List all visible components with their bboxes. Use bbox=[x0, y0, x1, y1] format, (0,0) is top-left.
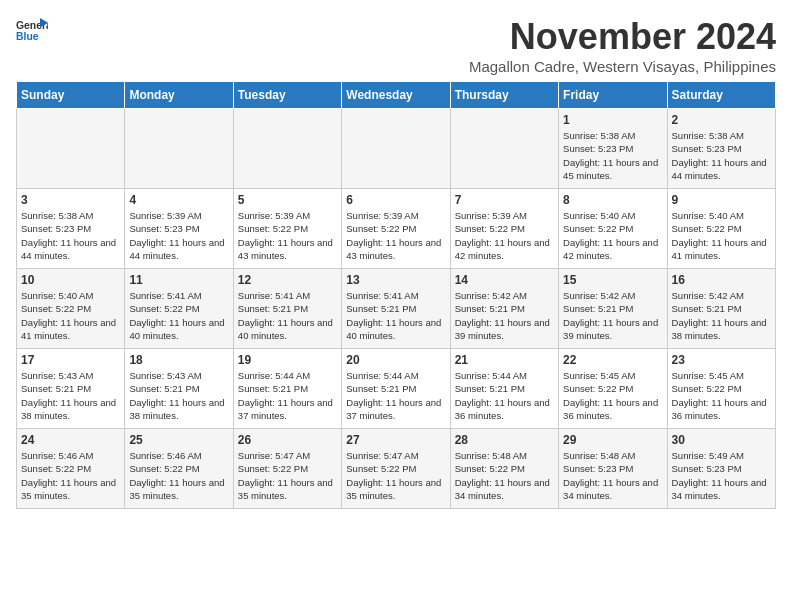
calendar-cell: 15Sunrise: 5:42 AM Sunset: 5:21 PM Dayli… bbox=[559, 269, 667, 349]
day-number: 4 bbox=[129, 193, 228, 207]
day-number: 26 bbox=[238, 433, 337, 447]
calendar-cell: 29Sunrise: 5:48 AM Sunset: 5:23 PM Dayli… bbox=[559, 429, 667, 509]
calendar-cell: 8Sunrise: 5:40 AM Sunset: 5:22 PM Daylig… bbox=[559, 189, 667, 269]
day-info: Sunrise: 5:46 AM Sunset: 5:22 PM Dayligh… bbox=[129, 449, 228, 502]
day-number: 20 bbox=[346, 353, 445, 367]
calendar-cell: 2Sunrise: 5:38 AM Sunset: 5:23 PM Daylig… bbox=[667, 109, 775, 189]
weekday-header-saturday: Saturday bbox=[667, 82, 775, 109]
calendar-cell: 18Sunrise: 5:43 AM Sunset: 5:21 PM Dayli… bbox=[125, 349, 233, 429]
calendar-cell: 1Sunrise: 5:38 AM Sunset: 5:23 PM Daylig… bbox=[559, 109, 667, 189]
day-info: Sunrise: 5:43 AM Sunset: 5:21 PM Dayligh… bbox=[21, 369, 120, 422]
day-number: 13 bbox=[346, 273, 445, 287]
day-number: 2 bbox=[672, 113, 771, 127]
day-number: 30 bbox=[672, 433, 771, 447]
day-info: Sunrise: 5:40 AM Sunset: 5:22 PM Dayligh… bbox=[563, 209, 662, 262]
day-info: Sunrise: 5:39 AM Sunset: 5:22 PM Dayligh… bbox=[238, 209, 337, 262]
day-info: Sunrise: 5:42 AM Sunset: 5:21 PM Dayligh… bbox=[455, 289, 554, 342]
day-number: 8 bbox=[563, 193, 662, 207]
calendar-cell: 10Sunrise: 5:40 AM Sunset: 5:22 PM Dayli… bbox=[17, 269, 125, 349]
day-number: 21 bbox=[455, 353, 554, 367]
weekday-header-wednesday: Wednesday bbox=[342, 82, 450, 109]
calendar-header: SundayMondayTuesdayWednesdayThursdayFrid… bbox=[17, 82, 776, 109]
calendar-cell: 16Sunrise: 5:42 AM Sunset: 5:21 PM Dayli… bbox=[667, 269, 775, 349]
day-number: 1 bbox=[563, 113, 662, 127]
calendar-cell: 21Sunrise: 5:44 AM Sunset: 5:21 PM Dayli… bbox=[450, 349, 558, 429]
day-info: Sunrise: 5:45 AM Sunset: 5:22 PM Dayligh… bbox=[672, 369, 771, 422]
day-number: 14 bbox=[455, 273, 554, 287]
day-info: Sunrise: 5:41 AM Sunset: 5:22 PM Dayligh… bbox=[129, 289, 228, 342]
calendar-cell: 19Sunrise: 5:44 AM Sunset: 5:21 PM Dayli… bbox=[233, 349, 341, 429]
calendar-cell: 27Sunrise: 5:47 AM Sunset: 5:22 PM Dayli… bbox=[342, 429, 450, 509]
day-info: Sunrise: 5:42 AM Sunset: 5:21 PM Dayligh… bbox=[672, 289, 771, 342]
calendar-cell: 26Sunrise: 5:47 AM Sunset: 5:22 PM Dayli… bbox=[233, 429, 341, 509]
calendar-cell bbox=[450, 109, 558, 189]
day-number: 27 bbox=[346, 433, 445, 447]
day-info: Sunrise: 5:38 AM Sunset: 5:23 PM Dayligh… bbox=[21, 209, 120, 262]
day-number: 25 bbox=[129, 433, 228, 447]
day-number: 12 bbox=[238, 273, 337, 287]
day-number: 7 bbox=[455, 193, 554, 207]
calendar-cell: 30Sunrise: 5:49 AM Sunset: 5:23 PM Dayli… bbox=[667, 429, 775, 509]
day-number: 11 bbox=[129, 273, 228, 287]
weekday-header-friday: Friday bbox=[559, 82, 667, 109]
title-area: November 2024 Magallon Cadre, Western Vi… bbox=[469, 16, 776, 75]
month-title: November 2024 bbox=[469, 16, 776, 58]
day-info: Sunrise: 5:49 AM Sunset: 5:23 PM Dayligh… bbox=[672, 449, 771, 502]
calendar-cell: 12Sunrise: 5:41 AM Sunset: 5:21 PM Dayli… bbox=[233, 269, 341, 349]
day-info: Sunrise: 5:40 AM Sunset: 5:22 PM Dayligh… bbox=[21, 289, 120, 342]
calendar-cell: 7Sunrise: 5:39 AM Sunset: 5:22 PM Daylig… bbox=[450, 189, 558, 269]
calendar-cell: 5Sunrise: 5:39 AM Sunset: 5:22 PM Daylig… bbox=[233, 189, 341, 269]
day-number: 29 bbox=[563, 433, 662, 447]
calendar-cell: 3Sunrise: 5:38 AM Sunset: 5:23 PM Daylig… bbox=[17, 189, 125, 269]
calendar-cell: 22Sunrise: 5:45 AM Sunset: 5:22 PM Dayli… bbox=[559, 349, 667, 429]
day-info: Sunrise: 5:44 AM Sunset: 5:21 PM Dayligh… bbox=[238, 369, 337, 422]
calendar-cell: 24Sunrise: 5:46 AM Sunset: 5:22 PM Dayli… bbox=[17, 429, 125, 509]
calendar-cell: 20Sunrise: 5:44 AM Sunset: 5:21 PM Dayli… bbox=[342, 349, 450, 429]
day-info: Sunrise: 5:47 AM Sunset: 5:22 PM Dayligh… bbox=[238, 449, 337, 502]
svg-text:Blue: Blue bbox=[16, 31, 39, 42]
header: General Blue November 2024 Magallon Cadr… bbox=[16, 16, 776, 75]
day-number: 5 bbox=[238, 193, 337, 207]
day-number: 18 bbox=[129, 353, 228, 367]
day-info: Sunrise: 5:46 AM Sunset: 5:22 PM Dayligh… bbox=[21, 449, 120, 502]
calendar-cell: 9Sunrise: 5:40 AM Sunset: 5:22 PM Daylig… bbox=[667, 189, 775, 269]
day-info: Sunrise: 5:39 AM Sunset: 5:22 PM Dayligh… bbox=[346, 209, 445, 262]
calendar-cell: 4Sunrise: 5:39 AM Sunset: 5:23 PM Daylig… bbox=[125, 189, 233, 269]
day-number: 10 bbox=[21, 273, 120, 287]
calendar-cell bbox=[17, 109, 125, 189]
location: Magallon Cadre, Western Visayas, Philipp… bbox=[469, 58, 776, 75]
day-number: 17 bbox=[21, 353, 120, 367]
calendar-cell: 28Sunrise: 5:48 AM Sunset: 5:22 PM Dayli… bbox=[450, 429, 558, 509]
day-info: Sunrise: 5:38 AM Sunset: 5:23 PM Dayligh… bbox=[672, 129, 771, 182]
day-info: Sunrise: 5:44 AM Sunset: 5:21 PM Dayligh… bbox=[346, 369, 445, 422]
day-info: Sunrise: 5:47 AM Sunset: 5:22 PM Dayligh… bbox=[346, 449, 445, 502]
calendar-cell bbox=[342, 109, 450, 189]
day-number: 19 bbox=[238, 353, 337, 367]
weekday-header-tuesday: Tuesday bbox=[233, 82, 341, 109]
day-number: 24 bbox=[21, 433, 120, 447]
day-info: Sunrise: 5:42 AM Sunset: 5:21 PM Dayligh… bbox=[563, 289, 662, 342]
day-info: Sunrise: 5:39 AM Sunset: 5:22 PM Dayligh… bbox=[455, 209, 554, 262]
calendar-cell: 25Sunrise: 5:46 AM Sunset: 5:22 PM Dayli… bbox=[125, 429, 233, 509]
day-info: Sunrise: 5:39 AM Sunset: 5:23 PM Dayligh… bbox=[129, 209, 228, 262]
day-info: Sunrise: 5:41 AM Sunset: 5:21 PM Dayligh… bbox=[346, 289, 445, 342]
logo: General Blue bbox=[16, 16, 48, 44]
day-number: 22 bbox=[563, 353, 662, 367]
day-info: Sunrise: 5:40 AM Sunset: 5:22 PM Dayligh… bbox=[672, 209, 771, 262]
calendar-cell: 11Sunrise: 5:41 AM Sunset: 5:22 PM Dayli… bbox=[125, 269, 233, 349]
calendar-cell: 23Sunrise: 5:45 AM Sunset: 5:22 PM Dayli… bbox=[667, 349, 775, 429]
calendar-cell: 13Sunrise: 5:41 AM Sunset: 5:21 PM Dayli… bbox=[342, 269, 450, 349]
calendar-cell: 14Sunrise: 5:42 AM Sunset: 5:21 PM Dayli… bbox=[450, 269, 558, 349]
calendar-cell bbox=[125, 109, 233, 189]
day-info: Sunrise: 5:41 AM Sunset: 5:21 PM Dayligh… bbox=[238, 289, 337, 342]
day-info: Sunrise: 5:38 AM Sunset: 5:23 PM Dayligh… bbox=[563, 129, 662, 182]
day-number: 3 bbox=[21, 193, 120, 207]
calendar-table: SundayMondayTuesdayWednesdayThursdayFrid… bbox=[16, 81, 776, 509]
day-number: 28 bbox=[455, 433, 554, 447]
calendar-cell bbox=[233, 109, 341, 189]
day-info: Sunrise: 5:44 AM Sunset: 5:21 PM Dayligh… bbox=[455, 369, 554, 422]
day-number: 9 bbox=[672, 193, 771, 207]
weekday-header-monday: Monday bbox=[125, 82, 233, 109]
calendar-cell: 17Sunrise: 5:43 AM Sunset: 5:21 PM Dayli… bbox=[17, 349, 125, 429]
day-number: 23 bbox=[672, 353, 771, 367]
